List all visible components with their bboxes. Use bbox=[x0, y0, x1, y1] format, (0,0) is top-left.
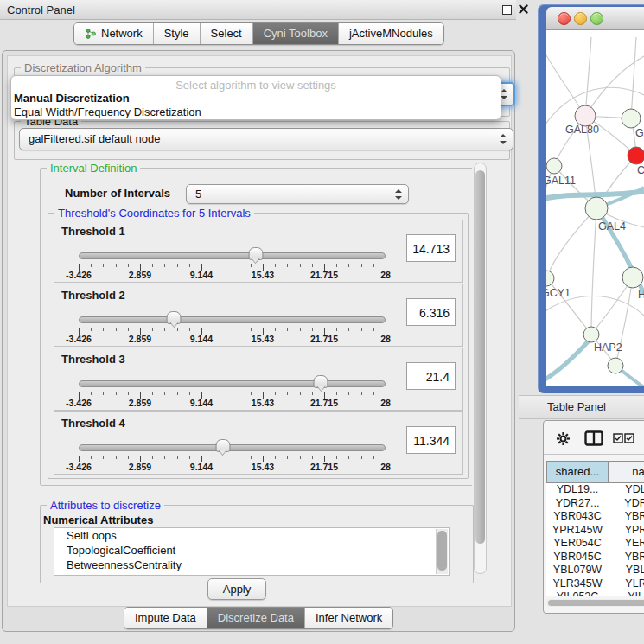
threshold-slider[interactable] bbox=[79, 377, 386, 391]
checkbox-checked-icon[interactable] bbox=[624, 433, 634, 443]
zoom-traffic-light[interactable] bbox=[590, 12, 603, 25]
attribute-item[interactable]: SelfLoops bbox=[54, 528, 449, 543]
table-row[interactable]: YDL19...YDL1 bbox=[546, 483, 644, 497]
slider-thumb[interactable] bbox=[248, 247, 263, 260]
threshold-slider[interactable] bbox=[79, 249, 386, 263]
slider-thumb[interactable] bbox=[167, 311, 182, 324]
table-row[interactable]: YBR043CYBR0 bbox=[546, 510, 644, 524]
table-data-combobox[interactable]: galFiltered.sif default node bbox=[19, 128, 513, 150]
tick-mark bbox=[275, 328, 276, 331]
slider-track[interactable] bbox=[79, 316, 386, 323]
network-node[interactable] bbox=[585, 197, 608, 220]
tick-mark bbox=[91, 328, 92, 331]
slider-tick-label: 21.715 bbox=[310, 462, 338, 472]
split-columns-icon[interactable] bbox=[584, 430, 603, 446]
tick-mark bbox=[152, 392, 153, 395]
tick-mark bbox=[103, 392, 104, 395]
table-row[interactable]: YPR145WYPR1 bbox=[546, 524, 644, 538]
dropdown-hint: Select algorithm to view settings bbox=[11, 76, 501, 92]
close-traffic-light[interactable] bbox=[558, 12, 571, 25]
node-label: GA bbox=[635, 127, 644, 139]
tick-mark bbox=[348, 264, 349, 267]
threshold-value-field[interactable]: 14.713 bbox=[406, 234, 456, 262]
tick-mark bbox=[239, 456, 239, 459]
tab-network[interactable]: Network bbox=[74, 23, 154, 44]
network-node[interactable] bbox=[583, 327, 599, 342]
network-window-titlebar[interactable] bbox=[546, 7, 644, 30]
tab-discretize-data[interactable]: Discretize Data bbox=[207, 608, 305, 628]
threshold-value-field[interactable]: 11.344 bbox=[406, 426, 456, 454]
tab-infer-network[interactable]: Infer Network bbox=[305, 608, 392, 628]
tab-label: Cyni Toolbox bbox=[264, 27, 328, 41]
slider-tick-label: 28 bbox=[380, 334, 391, 344]
network-canvas[interactable]: GAL80GACGAL11GAL4GCY1HHAP2 bbox=[546, 30, 644, 386]
settings-scrollbar[interactable] bbox=[474, 163, 487, 574]
dropdown-option-equal-width[interactable]: Equal Width/Frequency Discretization bbox=[11, 105, 501, 119]
tab-select[interactable]: Select bbox=[201, 23, 253, 44]
column-header-name[interactable]: na bbox=[609, 461, 644, 483]
table-row[interactable]: YDR27...YDR2 bbox=[546, 497, 644, 511]
cell-name: YBR0 bbox=[609, 551, 644, 564]
network-node[interactable] bbox=[628, 147, 644, 164]
slider-tick-label: -3.426 bbox=[66, 334, 92, 344]
table-row[interactable]: YIL052CYIL0 bbox=[546, 590, 644, 596]
tick-mark bbox=[373, 456, 374, 459]
threshold-label: Threshold 1 bbox=[61, 225, 125, 238]
threshold-slider[interactable] bbox=[79, 313, 386, 327]
slider-thumb[interactable] bbox=[215, 439, 230, 452]
slider-track[interactable] bbox=[79, 444, 386, 451]
table-row[interactable]: YBL079WYBL0 bbox=[546, 564, 644, 577]
tick-mark bbox=[189, 392, 190, 395]
tab-impute-data[interactable]: Impute Data bbox=[124, 608, 207, 628]
tick-mark bbox=[348, 392, 349, 395]
network-node[interactable] bbox=[608, 358, 623, 373]
slider-tick-label: -3.426 bbox=[66, 270, 92, 280]
combo-arrows-icon bbox=[499, 134, 507, 144]
network-node[interactable] bbox=[622, 109, 641, 128]
slider-track[interactable] bbox=[79, 252, 386, 259]
slider-tick-label: 21.715 bbox=[310, 270, 338, 280]
numerical-attributes-list[interactable]: SelfLoopsTopologicalCoefficientBetweenne… bbox=[54, 527, 450, 576]
threshold-value-field[interactable]: 21.4 bbox=[406, 362, 456, 390]
gear-icon[interactable] bbox=[556, 431, 571, 446]
minimize-traffic-light[interactable] bbox=[574, 12, 587, 25]
algorithm-dropdown-popup: Select algorithm to view settings Manual… bbox=[10, 75, 501, 120]
tick-mark bbox=[336, 264, 337, 267]
checkbox-checked-icon[interactable] bbox=[613, 433, 623, 443]
tab-jactivemnodules[interactable]: jActiveMNodules bbox=[339, 23, 443, 44]
group-title: Threshold's Coordinates for 5 Intervals bbox=[54, 207, 254, 220]
tab-cyni-toolbox[interactable]: Cyni Toolbox bbox=[253, 23, 339, 44]
column-header-shared-name[interactable]: shared... bbox=[546, 461, 609, 483]
slider-track[interactable] bbox=[79, 380, 386, 387]
float-window-icon[interactable] bbox=[502, 5, 512, 15]
tab-label: Discretize Data bbox=[218, 611, 294, 625]
number-of-intervals-combobox[interactable]: 5 bbox=[186, 184, 409, 204]
tick-mark bbox=[361, 264, 362, 267]
apply-button[interactable]: Apply bbox=[207, 578, 266, 600]
table-row[interactable]: YLR345WYLR3 bbox=[546, 577, 644, 591]
threshold-slider[interactable] bbox=[79, 441, 386, 455]
group-title: Interval Definition bbox=[47, 162, 140, 175]
table-horizontal-scrollbar[interactable] bbox=[546, 599, 644, 607]
close-icon[interactable] bbox=[519, 4, 528, 14]
table-row[interactable]: YER054CYER0 bbox=[546, 537, 644, 551]
tab-style[interactable]: Style bbox=[154, 23, 201, 44]
slider-thumb[interactable] bbox=[314, 375, 328, 388]
threshold-value-field[interactable]: 6.316 bbox=[406, 298, 456, 326]
network-node[interactable] bbox=[546, 271, 554, 286]
list-scrollbar[interactable] bbox=[436, 529, 448, 574]
tick-mark bbox=[348, 456, 349, 459]
slider-tick-label: 15.43 bbox=[252, 462, 274, 472]
network-node[interactable] bbox=[622, 267, 643, 288]
tick-mark bbox=[189, 264, 190, 267]
attribute-item[interactable]: BetweennessCentrality bbox=[54, 558, 449, 572]
network-node[interactable] bbox=[546, 158, 562, 174]
slider-tick-label: 21.715 bbox=[310, 398, 338, 408]
attribute-item[interactable]: TopologicalCoefficient bbox=[54, 543, 449, 558]
table-row[interactable]: YBR045CYBR0 bbox=[546, 551, 644, 564]
table-panel-titlebar: Table Panel bbox=[519, 395, 644, 419]
cell-name: YDL1 bbox=[609, 483, 644, 497]
dropdown-option-manual[interactable]: Manual Discretization bbox=[11, 92, 501, 105]
tick-mark bbox=[300, 264, 301, 267]
tick-mark bbox=[251, 392, 252, 395]
